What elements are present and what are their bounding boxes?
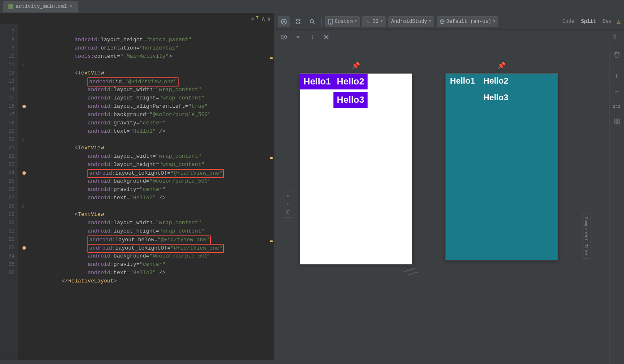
svg-point-9 (281, 35, 287, 39)
tick-mark-1 (270, 57, 273, 59)
nav-up-icon[interactable]: ∧ (261, 15, 266, 23)
view-mode-buttons: Code Split Des (561, 18, 613, 25)
toolbar-row1: Custom ▼ 32 ▼ AndroidStudy ▼ (275, 13, 624, 30)
right-tools-panel: + − 1:1 (609, 44, 624, 364)
code-line-11: <TextView (29, 61, 271, 69)
yellow-dot-16 (22, 105, 26, 108)
code-line-13: android:layout_width="wrap_content" (29, 77, 271, 86)
svg-rect-15 (614, 122, 617, 124)
svg-point-10 (283, 36, 285, 38)
diagonal-lines: ╱╱ (404, 265, 419, 279)
device-dropdown-arrow: ▼ (354, 19, 357, 24)
no-tool-btn[interactable] (321, 32, 332, 42)
device-dropdown[interactable]: Custom ▼ (325, 16, 360, 27)
warning-icon: ⚠ (251, 15, 254, 22)
pan-tool-btn[interactable] (292, 16, 304, 27)
toolbar-right: Code Split Des ⚠ (561, 17, 621, 26)
hello2-preview2-text1: Hello1 (446, 74, 479, 88)
separator-1 (321, 17, 322, 26)
theme-dropdown[interactable]: AndroidStudy ▼ (388, 16, 434, 27)
phone-preview-container-2: 📌 Hello1 Hello2 Hello3 (445, 73, 558, 260)
phone-preview-1: Hello1 Hello2 Hello3 (300, 73, 412, 265)
xml-file-icon (8, 4, 13, 9)
code-content: 7 8 9 10 11 12 13 14 15 16 17 18 19 20 2… (0, 24, 274, 360)
code-line-33: android:background="@color/purple_500" (29, 244, 271, 252)
toolbar-row2: ⇔ ↕ ? (275, 30, 624, 44)
svg-rect-13 (614, 119, 617, 121)
theme-dropdown-arrow: ▼ (429, 19, 431, 24)
code-line-26: android:text="Hello2" /> (29, 186, 271, 194)
zoom-in-btn[interactable]: + (611, 71, 623, 82)
code-line-10 (29, 52, 271, 61)
code-line-12: android:id="@+id/tView_one" (29, 69, 271, 77)
theme-label: AndroidStudy (391, 19, 427, 25)
code-line-17: android:gravity="center" (29, 111, 271, 119)
code-line-31: android:layout_below="@+id/tView_one" (29, 227, 271, 235)
hand-tool-btn[interactable] (611, 48, 623, 60)
api-dropdown-arrow: ▼ (380, 19, 383, 24)
code-line-32: android:layout_toRightOf="@+id/tView_one… (29, 235, 271, 244)
svg-point-1 (283, 21, 285, 22)
code-btn[interactable]: Code (561, 18, 576, 25)
code-line-25: android:gravity="center" (29, 177, 271, 186)
zoom-tool-btn[interactable] (306, 16, 318, 27)
pin-icon-1: 📌 (352, 62, 360, 70)
code-line-8: android:orientation="horizontal" (29, 36, 271, 44)
yellow-dot-24 (22, 171, 26, 175)
help-btn[interactable]: ? (609, 32, 621, 42)
warning-top-right-icon: ⚠ (617, 17, 621, 26)
hello2-preview2-text3: Hello3 (479, 90, 512, 105)
grid-btn[interactable] (611, 116, 623, 127)
locale-dropdown-arrow: ▼ (493, 19, 495, 24)
select-tool-btn[interactable] (278, 16, 290, 27)
svg-line-3 (313, 22, 315, 24)
right-panel: Custom ▼ 32 ▼ AndroidStudy ▼ (275, 13, 624, 364)
code-line-28: <TextView (29, 202, 271, 210)
line-numbers: 7 8 9 10 11 12 13 14 15 16 17 18 19 20 2… (0, 24, 18, 360)
zoom-out-btn[interactable]: − (611, 86, 623, 97)
nav-arrows[interactable]: ∧ ∨ (261, 15, 271, 23)
svg-rect-16 (617, 122, 619, 124)
code-line-15: android:layout_alignParentLeft="true" (29, 94, 271, 102)
locale-label: Default (en-us) (446, 19, 491, 25)
locale-dropdown[interactable]: Default (en-us) ▼ (437, 16, 498, 27)
phone-preview-2: Hello1 Hello2 Hello3 (445, 73, 558, 260)
code-line-14: android:layout_height="wrap_content" (29, 86, 271, 94)
tab-close-icon[interactable]: × (69, 4, 72, 10)
hello2-text: Hello2 (333, 74, 368, 89)
code-line-36: </RelativeLayout> (29, 269, 271, 277)
split-btn[interactable]: Split (579, 18, 598, 25)
yellow-dot-33 (22, 246, 26, 250)
tick-mark-3 (270, 240, 273, 242)
api-dropdown[interactable]: 32 ▼ (362, 16, 385, 27)
design-btn[interactable]: Des (601, 18, 614, 25)
code-line-30: android:layout_height="wrap_content" (29, 219, 271, 227)
code-line-21: android:layout_width="wrap_content" (29, 144, 271, 152)
custom-label: Custom (335, 19, 353, 25)
palette-tab[interactable]: Palette (284, 191, 292, 217)
editor-scrollbar[interactable] (0, 360, 274, 364)
code-line-16: android:background="@color/purple_500" (29, 102, 271, 111)
tab-bar: activity_main.xml × (0, 0, 624, 13)
activity-main-tab[interactable]: activity_main.xml × (3, 1, 78, 12)
code-line-34: android:gravity="center" (29, 252, 271, 260)
code-line-35: android:text="Hello3" /> (29, 260, 271, 269)
svg-point-2 (310, 20, 313, 23)
code-line-20: <TextView (29, 136, 271, 144)
arrows-btn[interactable]: ⇔ (292, 32, 304, 42)
vertical-btn[interactable]: ↕ (306, 32, 318, 42)
svg-point-5 (330, 23, 331, 24)
editor-area: ⚠ 7 ∧ ∨ 7 8 9 10 11 12 13 14 15 16 17 (0, 13, 275, 364)
nav-down-icon[interactable]: ∨ (267, 15, 271, 23)
code-lines[interactable]: android:layout_height="match_parent" and… (27, 24, 274, 360)
pin-icon-2: 📌 (497, 62, 506, 70)
editor-top-bar: ⚠ 7 ∧ ∨ (0, 13, 274, 24)
code-line-7: android:layout_height="match_parent" (29, 27, 271, 36)
hello3-text: Hello3 (333, 92, 368, 108)
svg-rect-14 (617, 119, 619, 121)
code-line-22: android:layout_height="wrap_content" (29, 152, 271, 161)
main-layout: ⚠ 7 ∧ ∨ 7 8 9 10 11 12 13 14 15 16 17 (0, 13, 624, 364)
eye-btn[interactable] (278, 32, 290, 42)
fit-btn[interactable]: 1:1 (611, 101, 623, 112)
component-tree-tab[interactable]: Component Tree (582, 213, 590, 259)
